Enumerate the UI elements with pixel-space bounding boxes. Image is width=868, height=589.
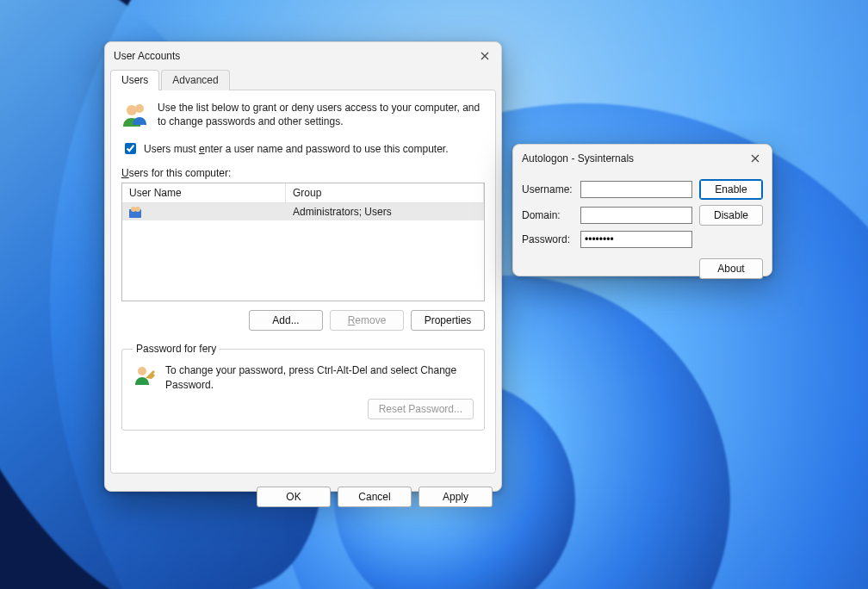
autologon-window: Autologon - Sysinternals Username: Enabl… <box>512 144 772 276</box>
require-login-label[interactable]: Users must enter a user name and passwor… <box>144 143 449 155</box>
close-icon <box>480 52 489 60</box>
cell-group: Administrators; Users <box>286 203 484 220</box>
svg-point-1 <box>135 104 144 113</box>
key-user-icon <box>133 363 157 388</box>
require-login-checkbox[interactable] <box>125 143 136 154</box>
close-button[interactable] <box>477 48 493 64</box>
password-group: Password for fery To change your passwor… <box>121 343 485 430</box>
window-title: User Accounts <box>114 50 180 62</box>
ok-button[interactable]: OK <box>257 487 331 507</box>
about-button[interactable]: About <box>699 258 763 279</box>
close-button[interactable] <box>747 151 763 166</box>
reset-password-button: Reset Password... <box>368 399 474 419</box>
column-header-group[interactable]: Group <box>286 183 484 203</box>
cancel-button[interactable]: Cancel <box>338 487 412 507</box>
window-title: Autologon - Sysinternals <box>522 152 634 164</box>
svg-point-5 <box>138 367 146 375</box>
domain-input[interactable] <box>580 207 692 224</box>
users-icon <box>121 101 149 128</box>
password-instruction: To change your password, press Ctrl-Alt-… <box>165 363 474 391</box>
users-list-label: Users for this computer: <box>121 167 485 179</box>
disable-button[interactable]: Disable <box>699 205 763 226</box>
close-icon <box>751 154 760 163</box>
tab-users[interactable]: Users <box>110 70 159 90</box>
remove-button: Remove <box>330 310 404 331</box>
user-accounts-window: User Accounts Users Advanced Use the lis… <box>104 41 502 492</box>
password-group-legend: Password for fery <box>133 343 220 355</box>
users-table[interactable]: User Name Group Administrators; Users <box>121 183 485 301</box>
domain-label: Domain: <box>522 209 574 221</box>
table-row[interactable]: Administrators; Users <box>122 203 484 220</box>
user-row-icon <box>129 206 143 218</box>
tab-advanced[interactable]: Advanced <box>161 70 229 90</box>
svg-point-0 <box>127 105 137 115</box>
apply-button[interactable]: Apply <box>418 487 493 507</box>
svg-point-4 <box>135 207 140 212</box>
username-label: Username: <box>522 183 574 195</box>
add-button[interactable]: Add... <box>249 310 323 331</box>
username-input[interactable] <box>580 181 692 198</box>
password-input[interactable] <box>580 231 692 248</box>
column-header-username[interactable]: User Name <box>122 183 286 203</box>
enable-button[interactable]: Enable <box>699 179 763 200</box>
password-label: Password: <box>522 233 574 245</box>
properties-button[interactable]: Properties <box>411 310 485 331</box>
intro-text: Use the list below to grant or deny user… <box>158 101 485 128</box>
